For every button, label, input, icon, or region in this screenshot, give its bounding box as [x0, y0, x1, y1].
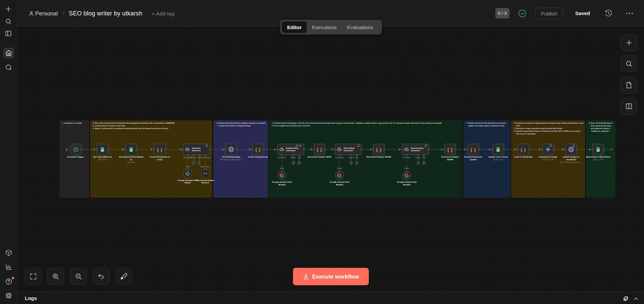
- svg-text:Google Gemini Chat: Google Gemini Chat: [397, 181, 417, 183]
- svg-text:Get Topic (Sheet 1): Get Topic (Sheet 1): [93, 156, 112, 158]
- svg-text:Generate an image: Generate an image: [539, 156, 557, 158]
- svg-text:Structured Output: Structured Output: [196, 179, 214, 181]
- svg-text:Model: Model: [185, 181, 191, 184]
- svg-text:1. Generates a prompt for imag: 1. Generates a prompt for image generati…: [514, 122, 583, 124]
- svg-text:Structured Output JSON: Structured Output JSON: [307, 156, 331, 158]
- svg-text:2. converts them in a array in: 2. converts them in a array in code node…: [93, 125, 126, 127]
- svg-text:Structured Output JSON1: Structured Output JSON1: [366, 156, 392, 158]
- svg-text:Update row in sheet: Update row in sheet: [488, 156, 508, 158]
- svg-text:to reduce the chances of dupli: to reduce the chances of duplicate blogs…: [218, 125, 251, 127]
- svg-text:2. Generates a image using the: 2. Generates a image using the prompt pr…: [514, 127, 563, 129]
- svg-text:Fetch existing blogs: Fetch existing blogs: [248, 156, 268, 158]
- svg-text:{ }: { }: [447, 147, 453, 152]
- svg-text:Schedule Trigger: Schedule Trigger: [67, 156, 84, 158]
- svg-text:generate: image: generate: image: [542, 159, 554, 161]
- svg-text:{ }: { }: [157, 147, 163, 152]
- svg-text:Prepare Keywords: Prepare Keywords: [464, 156, 482, 158]
- svg-text:Update: Update: [470, 158, 477, 161]
- svg-text:Model3: Model3: [403, 183, 411, 186]
- svg-text:read: sheet: read: sheet: [98, 159, 107, 161]
- svg-text:{ }: { }: [255, 147, 261, 152]
- svg-text:cloudinary: cloudinary: [566, 158, 576, 161]
- svg-text:updates the usage column in ke: updates the usage column in keywords she…: [468, 125, 505, 127]
- svg-text:1. Generate blog in 3 language: 1. Generate blog in 3 languages, then th…: [272, 122, 442, 124]
- svg-text:blog_queue google sheet,: blog_queue google sheet,: [591, 125, 612, 127]
- svg-text:2): 2): [130, 158, 132, 161]
- svg-text:Generator: Generator: [411, 149, 420, 151]
- svg-text:{ }: { }: [470, 147, 476, 152]
- svg-text:Structured Output: Structured Output: [441, 156, 459, 158]
- svg-text:Generator: Generator: [286, 149, 296, 151]
- svg-text:upload images to: upload images to: [563, 156, 580, 158]
- svg-text:GET: https:∕∕api.gkwebtech.c..: GET: https:∕∕api.gkwebtech.c...: [220, 159, 243, 161]
- svg-text:JSON2: JSON2: [447, 158, 454, 161]
- svg-text:Model4: Model4: [279, 183, 286, 186]
- svg-text:"waiting_for_approval": "waiting_for_approval": [591, 130, 610, 132]
- svg-text:1. Prepares keywords and mark: 1. Prepares keywords and mark them as us…: [466, 122, 506, 124]
- svg-text:GET: https:∕∕api.cloudinary.c.: GET: https:∕∕api.cloudinary.c...: [560, 161, 582, 163]
- svg-text:1. Picks topic & keywords from: 1. Picks topic & keywords from keyword s…: [93, 122, 175, 124]
- svg-text:1. Fetches all existing blogs: 1. Fetches all existing blogs by making …: [216, 122, 265, 124]
- svg-text:3. Selects 1 primary and 4 sec: 3. Selects 1 primary and 4 secondary rel…: [93, 127, 169, 129]
- svg-text:Get Keyword Pool (Sheet: Get Keyword Pool (Sheet: [119, 156, 143, 158]
- svg-text:Array: Array: [157, 158, 163, 161]
- svg-text:update: sheet: update: sheet: [593, 159, 603, 161]
- svg-text:Model2: Model2: [336, 183, 343, 186]
- svg-text:< >: < >: [203, 172, 207, 175]
- svg-text:3. Uploads the generated image: 3. Uploads the generated image to cloudi…: [514, 130, 581, 132]
- svg-text:read: sheet: read: sheet: [127, 161, 136, 163]
- svg-text:{ }: { }: [316, 147, 322, 152]
- svg-text:Get Existing blogs: Get Existing blogs: [222, 156, 240, 158]
- svg-text:Keyword: Keyword: [192, 147, 201, 149]
- svg-text:English Blog: English Blog: [286, 147, 299, 149]
- svg-text:{ }: { }: [521, 147, 526, 152]
- svg-text:Dutch Blog: Dutch Blog: [344, 147, 354, 149]
- svg-text:Generator: Generator: [344, 149, 353, 151]
- svg-text:German Blog: German Blog: [411, 147, 424, 149]
- svg-text:Google Gemini Chat: Google Gemini Chat: [272, 181, 292, 183]
- svg-text:{ }: { }: [376, 147, 382, 152]
- svg-text:Convert Keywords to: Convert Keywords to: [150, 156, 170, 158]
- svg-text:and update the status to: and update the status to: [591, 127, 610, 129]
- svg-text:1. scheduled to run daily.: 1. scheduled to run daily.: [62, 122, 82, 124]
- svg-text:node,: node,: [516, 125, 521, 127]
- svg-text:1. Saves all Generated data in: 1. Saves all Generated data in: [589, 122, 613, 124]
- svg-text:Google Gemini Chat: Google Gemini Chat: [330, 181, 350, 183]
- svg-text:able to post to mongodb.: able to post to mongodb.: [516, 133, 536, 135]
- svg-text:update: sheet: update: sheet: [493, 159, 503, 161]
- svg-text:Save blogs in Blog Sheet: Save blogs in Blog Sheet: [586, 156, 610, 158]
- svg-text:Parser1: Parser1: [201, 181, 209, 184]
- svg-text:Selection: Selection: [192, 149, 201, 151]
- svg-text:Code in JavaScript: Code in JavaScript: [514, 156, 533, 158]
- svg-text:2. first in english, then in d: 2. first in english, then in dutch, then…: [272, 125, 310, 127]
- svg-text:Google Gemini Chat: Google Gemini Chat: [178, 179, 198, 181]
